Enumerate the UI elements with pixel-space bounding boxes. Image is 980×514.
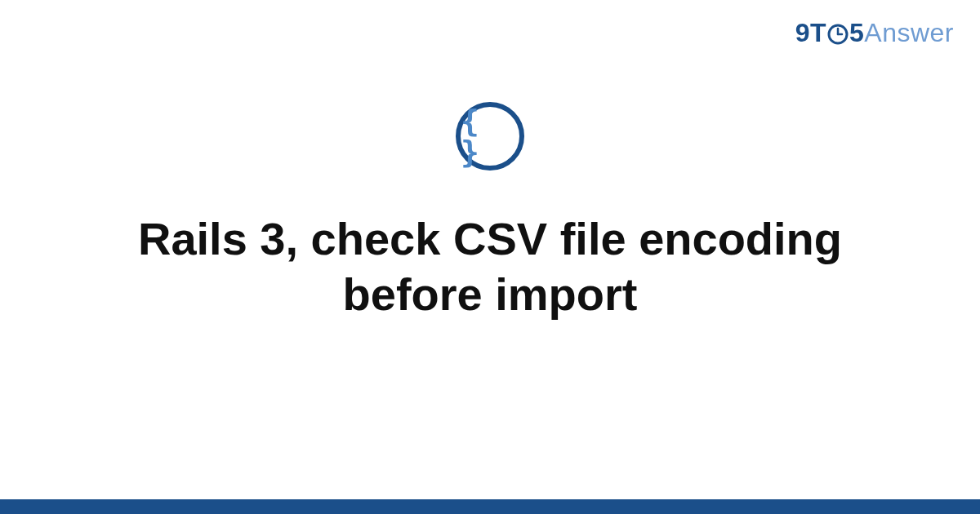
braces-glyph: { } xyxy=(461,105,519,167)
logo-answer: Answer xyxy=(864,18,954,47)
logo-nine: 9 xyxy=(795,18,810,47)
clock-icon xyxy=(827,21,849,51)
site-logo: 9T5Answer xyxy=(795,18,954,51)
main-content: { } Rails 3, check CSV file encoding bef… xyxy=(0,102,980,323)
code-braces-icon: { } xyxy=(456,102,524,171)
logo-t: T xyxy=(810,18,826,47)
page-title: Rails 3, check CSV file encoding before … xyxy=(74,211,906,323)
footer-accent-bar xyxy=(0,499,980,514)
logo-five: 5 xyxy=(849,18,864,47)
